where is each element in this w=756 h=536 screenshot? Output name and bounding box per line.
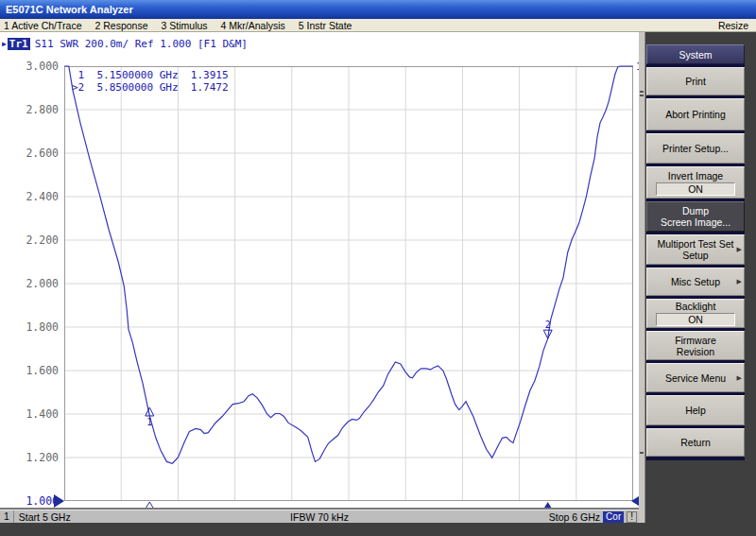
softkey-dump-screen-image[interactable]: DumpScreen Image... [646,201,745,232]
softkey-abort-printing[interactable]: Abort Printing [646,98,745,130]
submenu-arrow-icon: ▶ [737,244,742,255]
y-axis-tick-label: 1.400 [0,407,59,421]
softkey-backlight[interactable]: BacklightON [646,299,745,328]
menu-item-4[interactable]: 4 Mkr/Analysis [221,20,285,31]
softkey-label: Screen Image... [661,216,730,228]
plot-area: 112 1 5.1500000 GHz 1.3915>2 5.8500000 G… [64,66,633,510]
channel-status-bar: 1 Start 5 GHz IFBW 70 kHz Stop 6 GHz Cor… [0,510,639,523]
softkey-label: Setup [682,250,708,261]
softkey-menu-title-label: System [679,49,712,61]
swr-chart: 112 [64,66,633,510]
softkey-misc-setup[interactable]: Misc Setup▶ [646,268,745,296]
ifbw-readout: IFBW 70 kHz [0,511,639,523]
menu-item-1[interactable]: 1 Active Ch/Trace [4,20,81,31]
softkey-label: Firmware [675,335,716,346]
scroll-strip-mark [640,95,644,96]
softkey-return[interactable]: Return [646,428,745,457]
softkey-label: Service Menu [665,372,726,384]
softkey-printer-setup[interactable]: Printer Setup... [646,133,745,164]
marker-readout: 1 5.1500000 GHz 1.3915>2 5.8500000 GHz 1… [72,69,229,94]
softkey-label: Invert Image [668,170,723,182]
softkey-label: Help [685,405,706,416]
y-axis-tick-label: 1.200 [0,451,59,464]
active-trace-arrow-icon: ▶ [2,40,7,48]
softkey-help[interactable]: Help [646,395,745,425]
softkey-label: Multiport Test Set [658,238,734,250]
trace-format-text: S11 SWR 200.0m/ Ref 1.000 [F1 D&M] [35,38,248,50]
softkey-label: Return [680,437,711,448]
softkey-label: Abort Printing [665,109,726,120]
softkey-label: Dump [682,205,709,216]
window-title: E5071C Network Analyzer [6,4,133,15]
y-axis-tick-label: 2.200 [0,233,59,247]
softkey-firmware-revision[interactable]: FirmwareRevision [646,331,745,360]
y-axis-tick-label: 1.600 [0,364,59,377]
menu-item-3[interactable]: 3 Stimulus [162,20,208,31]
menu-item-resize[interactable]: Resize [718,19,748,32]
scroll-strip-mark [640,452,644,454]
marker-readout-line-2: >2 5.8500000 GHz 1.7472 [72,81,229,94]
softkey-label: Misc Setup [671,276,720,287]
y-axis-tick-label: 3.000 [0,60,59,73]
y-axis-tick-label: 2.600 [0,147,59,160]
y-axis-tick-label: 1.000 [0,494,59,508]
menu-item-5[interactable]: 5 Instr State [299,20,352,31]
softkey-print[interactable]: Print [646,67,745,95]
softkey-state-indicator: ON [656,182,735,196]
menu-bar: 1 Active Ch/Trace2 Response3 Stimulus4 M… [0,19,756,32]
instrument-screen: ▶ Tr1 S11 SWR 200.0m/ Ref 1.000 [F1 D&M]… [0,32,639,523]
window-title-bar: E5071C Network Analyzer [0,0,756,19]
softkey-label: Revision [677,346,714,357]
stop-frequency: Stop 6 GHz [549,511,600,523]
y-axis-tick-label: 2.400 [0,190,59,203]
softkey-state-indicator: ON [656,313,735,326]
softkey-invert-image[interactable]: Invert ImageON [646,166,745,199]
softkey-service-menu[interactable]: Service Menu▶ [646,363,745,392]
softkey-sidebar: SystemPrintAbort PrintingPrinter Setup..… [639,32,756,536]
submenu-arrow-icon: ▶ [737,276,742,287]
softkey-label: Printer Setup... [662,143,729,154]
marker-1-number: 1 [146,417,152,427]
ref-level-left-icon [54,494,64,508]
y-axis-tick-label: 2.800 [0,103,59,116]
scroll-strip-mark [640,91,644,93]
correction-badge: Cor [603,511,624,523]
softkey-menu-title: System [646,44,745,64]
marker-2-number: 2 [545,320,551,330]
softkey-scroll-strip[interactable] [639,32,645,523]
alert-indicator: ! [627,511,637,523]
menu-item-2[interactable]: 2 Response [94,20,147,31]
submenu-arrow-icon: ▶ [737,372,742,384]
marker-readout-line-1: 1 5.1500000 GHz 1.3915 [72,69,229,81]
menu-items: 1 Active Ch/Trace2 Response3 Stimulus4 M… [0,20,352,31]
softkey-menu: SystemPrintAbort PrintingPrinter Setup..… [646,44,745,460]
y-axis-tick-label: 1.800 [0,320,59,334]
y-axis-tick-label: 2.000 [0,277,59,290]
trace-label[interactable]: Tr1 [8,38,30,50]
softkey-multiport-test-set-setup[interactable]: Multiport Test SetSetup▶ [646,234,745,265]
softkey-label: Backlight [676,301,716,312]
softkey-label: Print [685,76,706,87]
trace-info-bar: ▶ Tr1 S11 SWR 200.0m/ Ref 1.000 [F1 D&M] [2,37,248,50]
